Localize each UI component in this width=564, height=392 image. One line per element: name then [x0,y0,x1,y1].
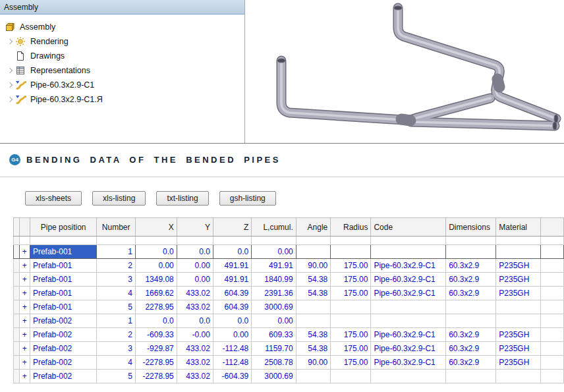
cell-code[interactable]: Pipe-60.3x2.9-C1 [371,328,446,342]
cell-code[interactable]: Pipe-60.3x2.9-C1 [371,342,446,356]
cell-z[interactable]: 0.0 [213,314,251,328]
tree-item-assembly[interactable]: Assembly [0,20,244,34]
table-row[interactable]: +Prefab-00120.000.00491.91491.9190.00175… [14,259,564,273]
cell-material[interactable]: P235GH [496,328,541,342]
cell-l-cumul[interactable]: 3000.69 [252,300,296,314]
cell-l-cumul[interactable]: 1840.99 [252,273,296,287]
table-row[interactable]: +Prefab-00210.00.00.00.00 [14,314,564,328]
cell-material[interactable]: P235GH [496,259,541,273]
cell-radius[interactable]: 175.00 [331,342,371,356]
cell-l-cumul[interactable]: 1159.70 [252,342,296,356]
column-header-x[interactable]: X [136,218,177,237]
cell-number[interactable]: 4 [97,356,136,370]
cell-radius[interactable]: 175.00 [331,287,371,300]
cell-angle[interactable]: 90.00 [296,259,331,273]
column-header-angle[interactable]: Angle [296,218,331,237]
cell-z[interactable]: -112.48 [213,356,251,370]
cell-number[interactable]: 1 [97,245,136,259]
chevron-right-icon[interactable] [5,65,15,76]
cell-z[interactable]: 604.39 [213,300,251,314]
cell-number[interactable]: 2 [97,328,136,342]
cell-material[interactable]: P235GH [496,273,541,287]
cell-angle[interactable]: 54.38 [296,342,331,356]
cell-z[interactable]: 491.91 [213,273,251,287]
cell-pipe-position[interactable]: Prefab-002 [30,328,96,342]
cell-l-cumul[interactable]: 2391.36 [252,287,296,300]
cell-radius[interactable] [331,245,371,259]
cell-code[interactable]: Pipe-60.3x2.9-C1 [371,287,446,300]
cell-angle[interactable] [296,245,331,259]
row-expand-plus[interactable]: + [19,370,30,383]
column-header-number[interactable]: Number [97,218,136,237]
xls-listing-button[interactable]: xls-listing [92,191,146,206]
cell-material[interactable] [496,370,541,383]
cell-angle[interactable]: 54.38 [296,328,331,342]
cell-code[interactable]: Pipe-60.3x2.9-C1 [371,356,446,370]
cell-z[interactable]: 491.91 [213,259,251,273]
cell-code[interactable]: Pipe-60.3x2.9-C1 [371,273,446,287]
cell-x[interactable]: 0.0 [136,314,177,328]
cell-z[interactable]: -604.39 [213,370,251,383]
cell-pipe-position[interactable]: Prefab-002 [30,356,96,370]
cell-pipe-position[interactable]: Prefab-001 [30,287,96,300]
cell-l-cumul[interactable]: 609.33 [252,328,296,342]
tree-item-pipe-2[interactable]: Pipe-60.3x2.9-C1.Я [0,92,244,107]
cell-number[interactable]: 1 [97,314,136,328]
cell-y[interactable]: -0.00 [177,328,213,342]
cell-z[interactable]: 604.39 [213,287,251,300]
tree-item-representations[interactable]: Representations [0,63,244,78]
cell-y[interactable]: 433.02 [177,356,213,370]
cell-radius[interactable] [331,300,371,314]
row-expand-plus[interactable]: + [19,245,30,259]
cell-material[interactable] [496,314,541,328]
cell-z[interactable]: 0.00 [213,328,251,342]
cell-code[interactable] [371,314,446,328]
cell-l-cumul[interactable]: 0.00 [252,245,296,259]
cell-radius[interactable]: 175.00 [331,259,371,273]
xls-sheets-button[interactable]: xls-sheets [25,191,82,206]
cell-dimensions[interactable]: 60.3x2.9 [446,328,496,342]
table-row[interactable]: +Prefab-0023-929.87433.02-112.481159.705… [14,342,564,356]
cell-l-cumul[interactable]: 3000.69 [252,370,296,383]
cell-radius[interactable]: 175.00 [331,328,371,342]
txt-listing-button[interactable]: txt-listing [156,191,208,206]
tree-item-rendering[interactable]: Rendering [0,34,244,49]
cell-angle[interactable] [296,370,331,383]
cell-y[interactable]: 0.00 [177,259,213,273]
row-expand-plus[interactable]: + [19,328,30,342]
cell-x[interactable]: 0.0 [136,245,177,259]
cell-angle[interactable]: 90.00 [296,356,331,370]
column-header-pipe-position[interactable]: Pipe position [30,218,96,237]
cell-radius[interactable]: 175.00 [331,356,371,370]
cell-dimensions[interactable]: 60.3x2.9 [446,342,496,356]
cell-x[interactable]: 1669.62 [136,287,177,300]
cell-material[interactable] [496,300,541,314]
chevron-right-icon[interactable] [5,36,15,47]
cell-pipe-position[interactable]: Prefab-001 [30,245,96,259]
cell-material[interactable] [496,245,541,259]
cell-dimensions[interactable]: 60.3x2.9 [446,273,496,287]
cell-code[interactable]: Pipe-60.3x2.9-C1 [371,259,446,273]
cell-y[interactable]: 0.0 [177,245,213,259]
cell-l-cumul[interactable]: 0.00 [252,314,296,328]
table-row[interactable]: +Prefab-00131349.080.00491.911840.9954.3… [14,273,564,287]
cell-radius[interactable] [331,314,371,328]
cell-material[interactable]: P235GH [496,287,541,300]
cell-l-cumul[interactable]: 491.91 [252,259,296,273]
table-row[interactable]: +Prefab-0024-2278.95433.02-112.482508.78… [14,356,564,370]
cell-z[interactable]: 0.0 [213,245,251,259]
tree-item-pipe-1[interactable]: Pipe-60.3x2.9-C1 [0,78,244,92]
cell-dimensions[interactable] [446,370,496,383]
table-row[interactable]: +Prefab-00141669.62433.02604.392391.3654… [14,287,564,300]
cell-angle[interactable] [296,314,331,328]
3d-viewport[interactable] [245,0,564,143]
column-header-l-cumul[interactable]: L,cumul. [252,218,296,237]
cell-y[interactable]: 0.0 [177,314,213,328]
cell-code[interactable] [371,370,446,383]
cell-pipe-position[interactable]: Prefab-001 [30,300,96,314]
cell-z[interactable]: -112.48 [213,342,251,356]
column-header-y[interactable]: Y [177,218,213,237]
gsh-listing-button[interactable]: gsh-listing [219,191,276,206]
cell-pipe-position[interactable]: Prefab-002 [30,314,96,328]
cell-material[interactable]: P235GH [496,342,541,356]
